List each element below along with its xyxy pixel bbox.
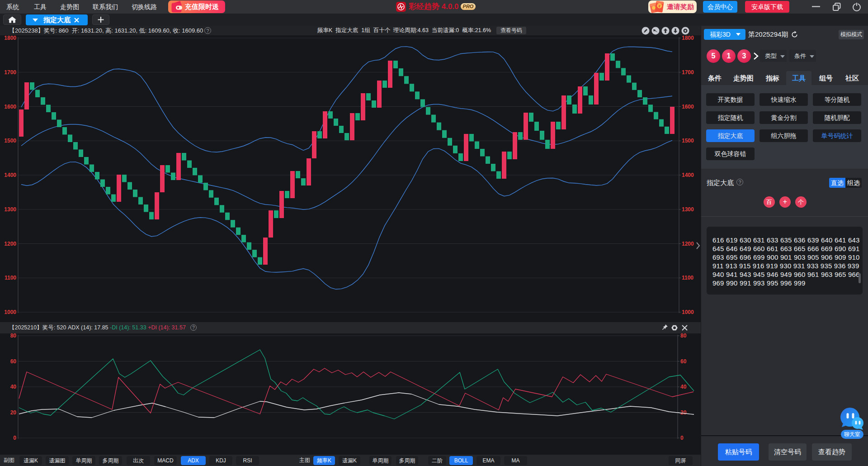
svg-text:40: 40: [680, 384, 687, 390]
svg-text:1400: 1400: [682, 172, 694, 178]
svg-text:0: 0: [680, 435, 684, 441]
svg-text:1600: 1600: [682, 104, 694, 110]
svg-text:1300: 1300: [682, 206, 694, 213]
svg-text:1400: 1400: [4, 172, 16, 178]
svg-text:1200: 1200: [682, 241, 694, 247]
svg-text:1000: 1000: [682, 309, 694, 315]
svg-text:1300: 1300: [4, 206, 16, 213]
svg-text:1500: 1500: [4, 138, 16, 144]
svg-text:1700: 1700: [4, 69, 16, 76]
svg-text:60: 60: [10, 358, 17, 365]
svg-text:60: 60: [680, 358, 687, 365]
svg-text:1500: 1500: [682, 138, 694, 144]
svg-text:20: 20: [10, 409, 17, 416]
svg-text:20: 20: [680, 409, 687, 416]
svg-text:1700: 1700: [682, 69, 694, 76]
svg-text:40: 40: [10, 384, 17, 390]
svg-text:1100: 1100: [5, 275, 16, 281]
svg-text:1200: 1200: [4, 241, 16, 247]
svg-text:1100: 1100: [682, 275, 693, 281]
svg-text:80: 80: [680, 333, 687, 339]
svg-text:1000: 1000: [4, 309, 16, 315]
svg-text:1800: 1800: [4, 35, 16, 41]
svg-text:80: 80: [10, 333, 17, 339]
svg-text:1600: 1600: [4, 104, 16, 110]
svg-text:0: 0: [13, 435, 16, 441]
svg-text:1800: 1800: [682, 35, 694, 41]
